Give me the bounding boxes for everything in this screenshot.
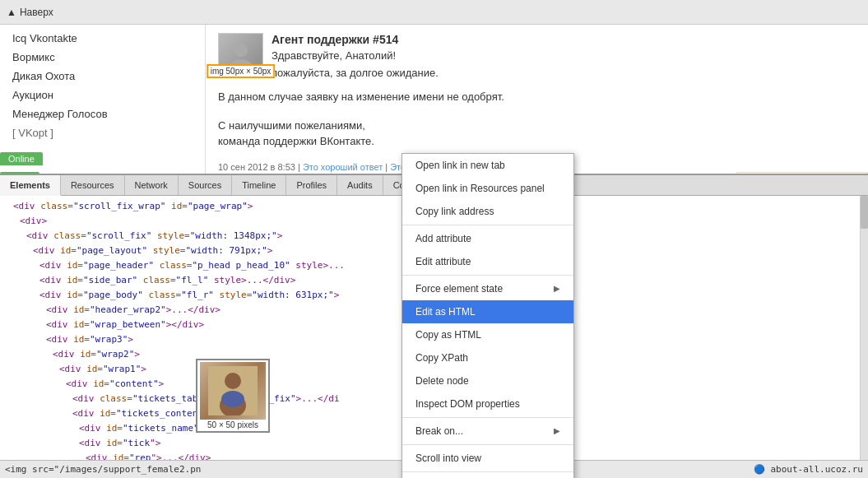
- submenu-arrow2: ▶: [554, 424, 560, 439]
- back-icon: ▲: [7, 7, 16, 18]
- ctx-force-state-label: Force element state: [415, 281, 503, 296]
- tab-timeline[interactable]: Timeline: [232, 175, 286, 195]
- img-label: img 50px × 50px: [207, 64, 276, 78]
- ticket-greeting: Здравствуйте, Анатолий!: [272, 49, 856, 62]
- site-name: about-all.ucoz.ru: [770, 464, 863, 475]
- nav-item[interactable]: Дикая Охота: [0, 67, 205, 86]
- nav-item[interactable]: Аукцион: [0, 86, 205, 104]
- ctx-separator: [402, 417, 573, 418]
- dom-tag: <div: [13, 201, 40, 211]
- scrollbar[interactable]: [860, 196, 868, 460]
- nav-item[interactable]: Icq Vkontakte: [0, 29, 205, 48]
- ctx-break-on-label: Break on...: [415, 424, 463, 439]
- ticket-timestamp: 10 сен 2012 в 8:53: [218, 162, 295, 172]
- back-button[interactable]: ▲ Наверх: [7, 7, 53, 18]
- image-tooltip: 50 × 50 pixels: [196, 359, 270, 433]
- tab-network[interactable]: Network: [125, 175, 179, 195]
- ctx-copy-link[interactable]: Copy link address: [402, 200, 573, 223]
- ticket-title: Агент поддержки #514: [272, 33, 856, 46]
- submenu-arrow: ▶: [554, 281, 560, 296]
- tab-resources[interactable]: Resources: [61, 175, 125, 195]
- svg-point-0: [234, 44, 248, 57]
- tab-profiles[interactable]: Profiles: [286, 175, 337, 195]
- good-answer-link[interactable]: Это хороший ответ: [303, 162, 383, 172]
- ctx-copy-xpath[interactable]: Copy XPath: [402, 346, 573, 369]
- scroll-thumb[interactable]: [861, 196, 868, 229]
- tooltip-label: 50 × 50 pixels: [205, 420, 261, 430]
- nav-item[interactable]: Вормикс: [0, 48, 205, 67]
- ticket-avatar: img 50px × 50px: [218, 33, 263, 78]
- ctx-separator: [402, 444, 573, 445]
- ctx-copy-html[interactable]: Copy as HTML: [402, 323, 573, 346]
- ctx-break-on[interactable]: Break on... ▶: [402, 420, 573, 443]
- nav-item[interactable]: Менеджер Голосов: [0, 104, 205, 123]
- ctx-word-wrap[interactable]: ✓ Word wrap: [402, 474, 573, 478]
- ctx-scroll-into-view[interactable]: Scroll into view: [402, 447, 573, 470]
- svg-point-5: [221, 391, 244, 407]
- ctx-edit-html[interactable]: Edit as HTML: [402, 300, 573, 323]
- online-badge-abs: Online: [0, 152, 43, 165]
- ticket-sig1: С наилучшими пожеланиями,: [218, 119, 856, 132]
- status-path: <img src="/images/support_female2.pn: [5, 464, 754, 475]
- ctx-delete-node[interactable]: Delete node: [402, 369, 573, 392]
- ticket-case-text: В данном случае заявку на изменение имен…: [218, 90, 856, 103]
- ctx-force-state[interactable]: Force element state ▶: [402, 277, 573, 300]
- status-path-text: <img src="/images/support_female2.pn: [5, 464, 201, 475]
- tab-audits[interactable]: Audits: [337, 175, 383, 195]
- site-favicon: 🔵: [754, 464, 765, 475]
- context-menu: Open link in new tab Open link in Resour…: [402, 153, 574, 478]
- tooltip-image: [200, 362, 266, 420]
- svg-point-3: [225, 373, 241, 389]
- ctx-open-resources[interactable]: Open link in Resources panel: [402, 177, 573, 200]
- ticket-body: пожалуйста, за долгое ожидание.: [272, 67, 856, 79]
- back-label: Наверх: [20, 7, 53, 18]
- ctx-open-new-tab[interactable]: Open link in new tab: [402, 154, 573, 177]
- ticket-header: img 50px × 50px Агент поддержки #514 Здр…: [218, 33, 856, 84]
- tab-sources[interactable]: Sources: [179, 175, 232, 195]
- ctx-separator: [402, 275, 573, 276]
- ctx-edit-attribute[interactable]: Edit attribute: [402, 250, 573, 273]
- ctx-separator: [402, 471, 573, 472]
- ctx-separator: [402, 225, 573, 225]
- ctx-add-attribute[interactable]: Add attribute: [402, 227, 573, 250]
- ctx-inspect-dom[interactable]: Inspect DOM properties: [402, 392, 573, 415]
- top-bar: ▲ Наверх: [0, 0, 868, 25]
- status-site: 🔵 about-all.ucoz.ru: [754, 464, 863, 475]
- nav-item[interactable]: [ VKopt ]: [0, 123, 205, 142]
- ticket-sig2: команда поддержки ВКонтакте.: [218, 135, 856, 147]
- tab-elements[interactable]: Elements: [0, 175, 61, 196]
- ticket-info: Агент поддержки #514 Здравствуйте, Анато…: [272, 33, 856, 84]
